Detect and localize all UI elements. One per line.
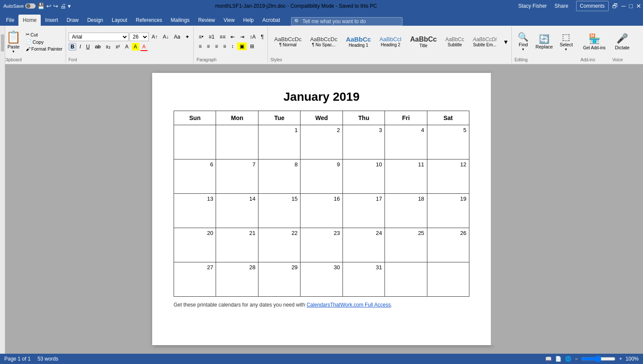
superscript-button[interactable]: x² — [114, 43, 122, 51]
borders-button[interactable]: ⊞ — [248, 42, 256, 50]
tab-acrobat[interactable]: Acrobat — [258, 15, 284, 26]
calendar-day-cell[interactable]: 16 — [300, 194, 343, 228]
calendar-day-cell[interactable]: 15 — [258, 194, 300, 228]
calendar-day-cell[interactable]: 24 — [343, 228, 385, 262]
font-name-select[interactable]: Arial — [69, 33, 129, 41]
sort-button[interactable]: ↕A — [247, 33, 258, 41]
close-button[interactable]: ✕ — [636, 3, 641, 9]
share-button[interactable]: Share — [550, 1, 573, 11]
tab-file[interactable]: File — [2, 15, 18, 26]
zoom-in-button[interactable]: + — [619, 356, 622, 362]
calendar-day-cell[interactable]: 18 — [385, 194, 427, 228]
styles-expand-button[interactable]: ▾ — [502, 37, 510, 47]
tab-references[interactable]: References — [132, 15, 166, 26]
calendar-day-cell[interactable]: 9 — [300, 159, 343, 194]
calendar-day-cell[interactable] — [216, 125, 258, 159]
tab-insert[interactable]: Insert — [41, 15, 62, 26]
print-preview-button[interactable]: 🖨 — [60, 3, 66, 9]
increase-indent-button[interactable]: ⇥ — [238, 33, 246, 41]
calendar-day-cell[interactable]: 25 — [385, 228, 427, 262]
show-hide-button[interactable]: ¶ — [258, 33, 265, 41]
style-title[interactable]: AaBbCc Title — [406, 34, 441, 50]
text-effects-button[interactable]: A — [123, 43, 131, 51]
search-bar[interactable]: 🔍 Tell me what you want to do — [291, 17, 403, 26]
calendar-day-cell[interactable]: 11 — [385, 159, 427, 194]
align-right-button[interactable]: ≡ — [213, 42, 220, 50]
align-center-button[interactable]: ≡ — [204, 42, 212, 50]
font-color-button[interactable]: A — [140, 43, 148, 51]
calendar-day-cell[interactable]: 8 — [258, 159, 300, 194]
minimize-button[interactable]: ─ — [622, 3, 626, 9]
tab-home[interactable]: Home — [18, 15, 41, 26]
print-layout-button[interactable]: 📄 — [555, 356, 562, 362]
bold-button[interactable]: B — [69, 43, 77, 51]
style-subtle-emphasis[interactable]: AaBbCcDi Subtle Em... — [469, 35, 500, 49]
calendar-day-cell[interactable]: 22 — [258, 228, 300, 262]
subscript-button[interactable]: x₂ — [104, 43, 113, 51]
calendar-day-cell[interactable]: 6 — [174, 159, 216, 194]
bullets-button[interactable]: ≡• — [196, 33, 205, 41]
calendar-day-cell[interactable]: 31 — [343, 262, 385, 297]
calendar-day-cell[interactable]: 20 — [174, 228, 216, 262]
calendar-day-cell[interactable]: 13 — [174, 194, 216, 228]
style-heading2[interactable]: AaBbCcI Heading 2 — [376, 34, 405, 49]
copy-button[interactable]: 📄Copy — [24, 39, 64, 45]
decrease-indent-button[interactable]: ⇤ — [228, 33, 237, 41]
dictate-button[interactable]: 🎤 Dictate — [613, 27, 632, 56]
calendar-day-cell[interactable]: 4 — [385, 125, 427, 159]
justify-button[interactable]: ≡ — [221, 42, 228, 50]
maximize-button[interactable]: □ — [629, 3, 633, 9]
read-mode-button[interactable]: 📖 — [545, 356, 552, 362]
web-layout-button[interactable]: 🌐 — [565, 356, 571, 362]
comments-button[interactable]: Comments — [576, 1, 609, 11]
calendar-day-cell[interactable]: 29 — [258, 262, 300, 297]
change-case-button[interactable]: Aa — [172, 33, 183, 41]
save-button[interactable]: 💾 — [37, 3, 45, 9]
tab-layout[interactable]: Layout — [108, 15, 132, 26]
line-spacing-button[interactable]: ↕ — [229, 42, 236, 50]
calendar-day-cell[interactable]: 2 — [300, 125, 343, 159]
zoom-slider[interactable] — [581, 355, 616, 362]
tab-help[interactable]: Help — [239, 15, 258, 26]
tab-view[interactable]: View — [219, 15, 239, 26]
font-size-select[interactable]: 26 — [129, 33, 149, 41]
autosave-toggle[interactable]: AutoSave — [3, 3, 36, 9]
calendar-day-cell[interactable]: 17 — [343, 194, 385, 228]
calendar-day-cell[interactable]: 26 — [427, 228, 469, 262]
calendar-day-cell[interactable]: 12 — [427, 159, 469, 194]
tab-review[interactable]: Review — [194, 15, 219, 26]
clear-formatting-button[interactable]: ✦ — [183, 33, 192, 41]
calendar-day-cell[interactable]: 10 — [343, 159, 385, 194]
calendar-day-cell[interactable]: 19 — [427, 194, 469, 228]
tab-mailings[interactable]: Mailings — [166, 15, 194, 26]
calendar-day-cell[interactable]: 3 — [343, 125, 385, 159]
document-page[interactable]: January 2019 Sun Mon Tue Wed Thu Fri Sat… — [152, 73, 491, 345]
calendar-day-cell[interactable]: 27 — [174, 262, 216, 297]
shading-button[interactable]: ▣ — [237, 42, 247, 50]
calendar-day-cell[interactable] — [385, 262, 427, 297]
paste-button[interactable]: 📋 Paste ▾ — [3, 29, 24, 54]
align-left-button[interactable]: ≡ — [196, 42, 204, 50]
undo-button[interactable]: ↩ — [46, 3, 51, 9]
calendar-link[interactable]: CalendarsThatWork.com Full Access — [306, 302, 391, 308]
underline-button[interactable]: U — [84, 43, 92, 51]
calendar-day-cell[interactable]: 28 — [216, 262, 258, 297]
customize-qat-button[interactable]: ▾ — [68, 3, 71, 9]
tab-draw[interactable]: Draw — [62, 15, 83, 26]
find-button[interactable]: 🔍 Find ▾ — [515, 31, 531, 52]
style-heading1[interactable]: AaBbCc Heading 1 — [342, 34, 375, 49]
strikethrough-button[interactable]: ab — [93, 43, 102, 51]
calendar-day-cell[interactable]: 30 — [300, 262, 343, 297]
style-no-spacing[interactable]: AaBbCcDc ¶ No Spac... — [306, 34, 341, 49]
get-addins-button[interactable]: 🏪 Get Add-ins — [580, 27, 608, 56]
calendar-day-cell[interactable]: 7 — [216, 159, 258, 194]
ribbon-display-button[interactable]: 🗗 — [612, 3, 618, 9]
tab-design[interactable]: Design — [83, 15, 107, 26]
calendar-day-cell[interactable] — [174, 125, 216, 159]
format-painter-button[interactable]: 🖌Format Painter — [24, 46, 64, 52]
calendar-day-cell[interactable] — [427, 262, 469, 297]
calendar-day-cell[interactable]: 1 — [258, 125, 300, 159]
italic-button[interactable]: I — [77, 43, 83, 51]
replace-button[interactable]: 🔄 Replace — [533, 33, 555, 50]
redo-button[interactable]: ↪ — [53, 3, 58, 9]
